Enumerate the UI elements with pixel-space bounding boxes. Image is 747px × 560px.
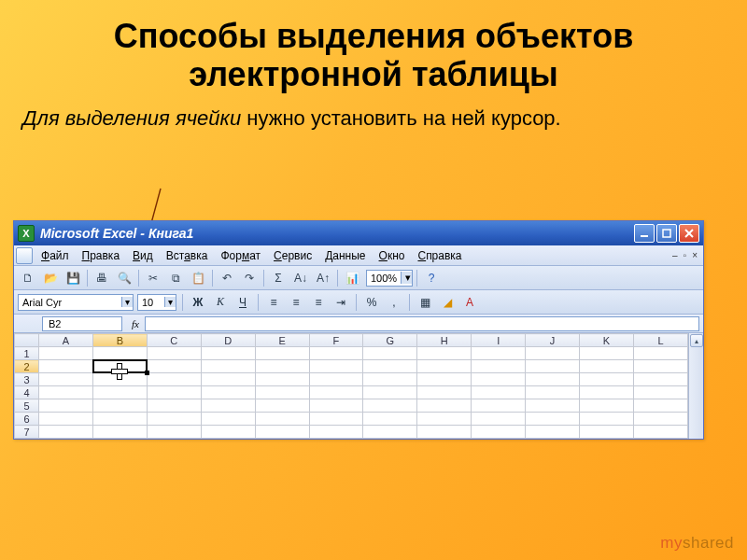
cell[interactable] bbox=[580, 399, 634, 413]
cell[interactable] bbox=[633, 373, 687, 386]
minimize-button[interactable] bbox=[634, 224, 655, 243]
align-left-icon[interactable]: ≡ bbox=[264, 294, 283, 311]
cell[interactable] bbox=[633, 386, 687, 399]
paste-icon[interactable]: 📋 bbox=[188, 269, 208, 287]
row-header[interactable]: 2 bbox=[15, 360, 39, 373]
sort-desc-icon[interactable]: A↑ bbox=[313, 269, 333, 287]
cell[interactable] bbox=[147, 399, 201, 413]
redo-icon[interactable]: ↷ bbox=[239, 269, 260, 287]
cell[interactable] bbox=[580, 373, 634, 386]
font-size-input[interactable] bbox=[138, 295, 164, 310]
cell[interactable] bbox=[633, 413, 687, 426]
column-header[interactable]: F bbox=[309, 334, 363, 347]
cell[interactable] bbox=[39, 399, 93, 413]
cell[interactable] bbox=[39, 413, 93, 426]
column-header[interactable]: H bbox=[417, 334, 472, 347]
cell[interactable] bbox=[526, 386, 580, 399]
column-header[interactable]: J bbox=[526, 334, 580, 347]
cell[interactable] bbox=[580, 426, 634, 439]
cell[interactable] bbox=[417, 399, 472, 413]
name-box[interactable]: B2 bbox=[42, 316, 122, 331]
menu-window[interactable]: Окно bbox=[373, 247, 412, 264]
cell[interactable] bbox=[255, 399, 309, 413]
select-all-corner[interactable] bbox=[15, 334, 39, 347]
row-header[interactable]: 6 bbox=[15, 413, 39, 426]
cell[interactable] bbox=[580, 360, 634, 373]
column-header[interactable]: A bbox=[39, 334, 93, 347]
cell[interactable] bbox=[526, 413, 580, 426]
menu-format[interactable]: Формат bbox=[214, 247, 267, 264]
sort-asc-icon[interactable]: A↓ bbox=[290, 269, 311, 287]
column-header[interactable]: K bbox=[580, 334, 634, 347]
column-header[interactable]: D bbox=[201, 334, 255, 347]
cell[interactable] bbox=[472, 360, 526, 373]
print-preview-icon[interactable]: 🔍 bbox=[114, 269, 134, 287]
cell[interactable] bbox=[363, 426, 417, 439]
cell[interactable] bbox=[92, 426, 147, 439]
font-color-icon[interactable]: A bbox=[460, 294, 479, 311]
cell[interactable] bbox=[417, 413, 472, 426]
chevron-down-icon[interactable]: ▾ bbox=[164, 297, 176, 307]
cell[interactable] bbox=[309, 413, 363, 426]
cell[interactable] bbox=[201, 413, 255, 426]
chevron-down-icon[interactable]: ▾ bbox=[401, 272, 412, 284]
spreadsheet-grid[interactable]: ABCDEFGHIJKL1234567 ▴ bbox=[14, 333, 703, 439]
cell[interactable] bbox=[255, 347, 309, 360]
font-size-combo[interactable]: ▾ bbox=[137, 294, 176, 311]
cell[interactable] bbox=[472, 386, 526, 399]
cell[interactable] bbox=[417, 386, 472, 399]
column-header[interactable]: G bbox=[363, 334, 417, 347]
cell[interactable] bbox=[417, 360, 472, 373]
cell[interactable] bbox=[147, 386, 201, 399]
new-icon[interactable]: 🗋 bbox=[18, 269, 38, 287]
cell[interactable] bbox=[201, 373, 255, 386]
doc-minimize-button[interactable]: – bbox=[672, 250, 678, 260]
column-header[interactable]: B bbox=[92, 334, 147, 347]
fx-icon[interactable]: fx bbox=[126, 318, 145, 329]
cell[interactable] bbox=[526, 347, 580, 360]
bold-button[interactable]: Ж bbox=[189, 294, 207, 311]
doc-close-button[interactable]: × bbox=[692, 250, 698, 260]
cell[interactable] bbox=[201, 347, 255, 360]
cell[interactable] bbox=[633, 399, 687, 413]
cell[interactable] bbox=[92, 360, 147, 373]
formula-input[interactable] bbox=[145, 316, 699, 331]
menu-tools[interactable]: Сервис bbox=[267, 247, 318, 264]
cell[interactable] bbox=[472, 399, 526, 413]
cell[interactable] bbox=[417, 373, 472, 386]
column-header[interactable]: C bbox=[147, 334, 201, 347]
copy-icon[interactable]: ⧉ bbox=[165, 269, 186, 287]
row-header[interactable]: 1 bbox=[15, 347, 39, 360]
cell[interactable] bbox=[417, 347, 472, 360]
cell[interactable] bbox=[309, 360, 363, 373]
cell[interactable] bbox=[309, 347, 363, 360]
zoom-combo[interactable]: 100% ▾ bbox=[366, 270, 413, 287]
cell[interactable] bbox=[309, 399, 363, 413]
cell[interactable] bbox=[633, 347, 687, 360]
cut-icon[interactable]: ✂ bbox=[143, 269, 163, 287]
row-header[interactable]: 5 bbox=[15, 399, 39, 413]
cell[interactable] bbox=[201, 360, 255, 373]
column-header[interactable]: E bbox=[255, 334, 309, 347]
cell[interactable] bbox=[39, 426, 93, 439]
cell[interactable] bbox=[526, 399, 580, 413]
open-icon[interactable]: 📂 bbox=[40, 269, 61, 287]
cell[interactable] bbox=[92, 399, 147, 413]
cell[interactable] bbox=[92, 413, 147, 426]
cell[interactable] bbox=[147, 360, 201, 373]
cell[interactable] bbox=[201, 386, 255, 399]
merge-center-icon[interactable]: ⇥ bbox=[331, 294, 350, 311]
borders-icon[interactable]: ▦ bbox=[416, 294, 434, 311]
cell[interactable] bbox=[580, 386, 634, 399]
align-right-icon[interactable]: ≡ bbox=[309, 294, 328, 311]
cell[interactable] bbox=[363, 360, 417, 373]
cell[interactable] bbox=[39, 386, 93, 399]
cell[interactable] bbox=[201, 399, 255, 413]
cell[interactable] bbox=[363, 373, 417, 386]
help-icon[interactable]: ? bbox=[421, 269, 442, 287]
column-header[interactable]: L bbox=[633, 334, 687, 347]
cell[interactable] bbox=[147, 347, 201, 360]
column-header[interactable]: I bbox=[472, 334, 526, 347]
italic-button[interactable]: К bbox=[211, 294, 230, 311]
cell[interactable] bbox=[255, 386, 309, 399]
